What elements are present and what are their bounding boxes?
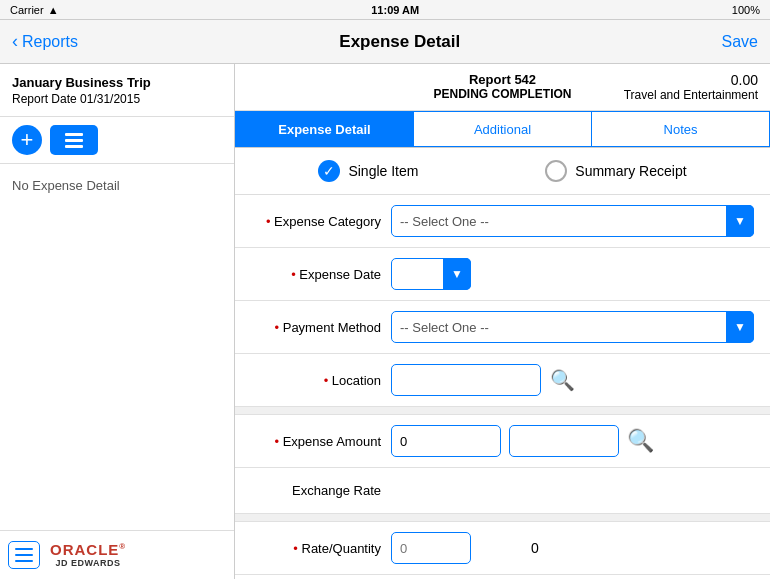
tab-expense-detail[interactable]: Expense Detail [235, 111, 413, 147]
nav-bar: ‹ Reports Expense Detail Save [0, 20, 770, 64]
expense-category-select[interactable]: -- Select One -- [391, 205, 754, 237]
report-header: Report 542 PENDING COMPLETION 0.00 Trave… [235, 64, 770, 111]
jde-subtitle: JD EDWARDS [56, 558, 121, 568]
expense-category-wrapper: -- Select One -- ▼ [391, 205, 754, 237]
report-info: January Business Trip Report Date 01/31/… [0, 64, 234, 117]
expense-category-label: Expense Category [251, 214, 391, 229]
location-search-icon[interactable]: 🔍 [547, 365, 577, 395]
receipt-type-row: ✓ Single Item Summary Receipt [235, 148, 770, 195]
summary-receipt-option[interactable]: Summary Receipt [545, 160, 686, 182]
report-amount: 0.00 Travel and Entertainment [588, 72, 758, 102]
expense-category-row: Expense Category -- Select One -- ▼ [235, 195, 770, 248]
expense-date-label: Expense Date [251, 267, 391, 282]
payment-method-row: Payment Method -- Select One -- ▼ [235, 301, 770, 354]
report-title: January Business Trip [12, 74, 222, 92]
report-number: Report 542 [417, 72, 587, 87]
status-right: 100% [732, 4, 760, 16]
expense-amount-row: Expense Amount 🔍 [235, 415, 770, 468]
location-label: Location [251, 373, 391, 388]
plus-icon: + [21, 129, 34, 151]
exchange-rate-label: Exchange Rate [251, 483, 391, 498]
charge-to-type-row: Charge To Type -- Select One -- ▼ [235, 575, 770, 579]
rate-quantity-label: Rate/Quantity [251, 541, 391, 556]
expense-date-row: Expense Date ▼ [235, 248, 770, 301]
action-bar: + [0, 117, 234, 164]
wifi-icon: ▲ [48, 4, 59, 16]
tab-expense-detail-label: Expense Detail [278, 122, 371, 137]
tabs-bar: Expense Detail Additional Notes [235, 111, 770, 148]
card-button[interactable] [50, 125, 98, 155]
report-header-center: Report 542 PENDING COMPLETION [417, 72, 587, 101]
expense-amount-label: Expense Amount [251, 434, 391, 449]
amount-value: 0.00 [588, 72, 758, 88]
oracle-logo: ORACLE® JD EDWARDS [50, 542, 126, 568]
back-label: Reports [22, 33, 78, 51]
expense-date-input[interactable] [391, 258, 471, 290]
tab-notes[interactable]: Notes [592, 111, 770, 147]
location-wrapper: 🔍 [391, 364, 754, 396]
rate-quantity-row: Rate/Quantity 0 [235, 522, 770, 575]
summary-receipt-radio[interactable] [545, 160, 567, 182]
report-status: PENDING COMPLETION [417, 87, 587, 101]
exchange-rate-row: Exchange Rate [235, 468, 770, 514]
left-panel: January Business Trip Report Date 01/31/… [0, 64, 235, 579]
separator-2 [235, 514, 770, 522]
separator-1 [235, 407, 770, 415]
form-area: ✓ Single Item Summary Receipt Expense Ca… [235, 148, 770, 579]
expense-amount-input[interactable] [391, 425, 501, 457]
report-date: Report Date 01/31/2015 [12, 92, 222, 106]
payment-method-select[interactable]: -- Select One -- [391, 311, 754, 343]
nav-title: Expense Detail [339, 32, 460, 52]
rate-value: 0 [531, 540, 539, 556]
single-item-option[interactable]: ✓ Single Item [318, 160, 418, 182]
add-expense-button[interactable]: + [12, 125, 42, 155]
payment-method-wrapper: -- Select One -- ▼ [391, 311, 754, 343]
tab-notes-label: Notes [664, 122, 698, 137]
trademark: ® [119, 542, 126, 551]
rate-quantity-wrapper: 0 [391, 532, 754, 564]
summary-receipt-label: Summary Receipt [575, 163, 686, 179]
oracle-name: ORACLE® [50, 542, 126, 557]
save-button[interactable]: Save [722, 33, 758, 51]
expense-amount-search-icon[interactable]: 🔍 [627, 428, 654, 454]
left-footer: ORACLE® JD EDWARDS [0, 530, 234, 579]
back-chevron-icon: ‹ [12, 31, 18, 52]
location-input[interactable] [391, 364, 541, 396]
expense-amount-wrapper: 🔍 [391, 425, 754, 457]
amount-type: Travel and Entertainment [588, 88, 758, 102]
status-time: 11:09 AM [371, 4, 419, 16]
status-left: Carrier ▲ [10, 4, 59, 16]
single-item-radio[interactable]: ✓ [318, 160, 340, 182]
tab-additional[interactable]: Additional [413, 111, 592, 147]
expense-amount-input2[interactable] [509, 425, 619, 457]
main-layout: January Business Trip Report Date 01/31/… [0, 64, 770, 579]
single-item-label: Single Item [348, 163, 418, 179]
tab-additional-label: Additional [474, 122, 531, 137]
battery-label: 100% [732, 4, 760, 16]
no-expense-label: No Expense Detail [0, 164, 234, 207]
location-row: Location 🔍 [235, 354, 770, 407]
carrier-label: Carrier [10, 4, 44, 16]
hamburger-button[interactable] [8, 541, 40, 569]
right-panel: Report 542 PENDING COMPLETION 0.00 Trave… [235, 64, 770, 579]
back-button[interactable]: ‹ Reports [12, 31, 78, 52]
status-bar: Carrier ▲ 11:09 AM 100% [0, 0, 770, 20]
payment-method-label: Payment Method [251, 320, 391, 335]
expense-date-wrapper: ▼ [391, 258, 471, 290]
rate-input[interactable] [391, 532, 471, 564]
